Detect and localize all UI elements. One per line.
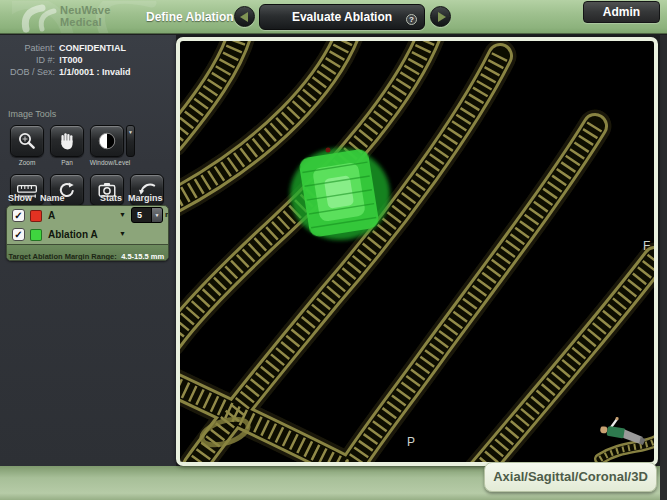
header-name: Name	[40, 193, 65, 203]
patient-label: Patient:	[0, 43, 55, 53]
show-checkbox-ablation-a[interactable]: ✓	[12, 228, 25, 241]
orientation-posterior-label: P	[407, 435, 415, 449]
window-level-tool-label: Window/Level	[86, 159, 134, 166]
right-frame	[660, 35, 667, 500]
table-row-ablation-a: ✓ Ablation A ▼	[7, 225, 169, 244]
evaluate-ablation-button[interactable]: Evaluate Ablation ?	[259, 4, 425, 30]
color-swatch-a	[30, 210, 42, 222]
stats-dropdown-icon-a[interactable]: ▼	[119, 211, 126, 218]
target-margin-range-bar: Target Ablation Margin Range: 4.5-15.5 m…	[7, 244, 169, 261]
patient-dob-label: DOB / Sex:	[0, 67, 55, 77]
margin-unit-label: mm	[165, 210, 169, 219]
target-margin-range-label: Target Ablation Margin Range:	[8, 252, 116, 261]
evaluate-ablation-label: Evaluate Ablation	[292, 10, 392, 24]
app-window: NeuWave Medical Define Ablation Evaluate…	[0, 0, 667, 500]
pan-tool-label: Pan	[45, 159, 89, 166]
chevron-down-icon: ▼	[128, 129, 133, 135]
image-tools-title: Image Tools	[8, 109, 56, 119]
window-level-dropdown-button[interactable]: ▼	[126, 125, 135, 157]
patient-id-label: ID #:	[0, 55, 55, 65]
row-name-a: A	[48, 210, 55, 221]
color-swatch-ablation-a	[30, 229, 42, 241]
orientation-front-label: F	[643, 239, 650, 253]
neuwave-logo-text: NeuWave Medical	[60, 4, 111, 28]
show-checkbox-a[interactable]: ✓	[12, 209, 25, 222]
view-mode-button[interactable]: Axial/Sagittal/Coronal/3D	[484, 462, 657, 492]
next-step-button[interactable]	[430, 6, 451, 27]
logo-line2: Medical	[60, 16, 111, 28]
margin-select-a[interactable]: 5 ▼	[131, 207, 163, 223]
header-margins: Margins	[128, 193, 163, 203]
patient-dob-value: 1/1/0001 : Invalid	[59, 67, 131, 77]
zoom-tool-button[interactable]	[10, 125, 44, 157]
header-stats: Stats	[100, 193, 122, 203]
window-level-icon	[97, 131, 117, 151]
window-level-tool-button[interactable]	[90, 125, 124, 157]
row-name-ablation-a: Ablation A	[48, 229, 98, 240]
patient-orientation-figure	[599, 415, 648, 446]
ablation-volume	[290, 148, 390, 241]
stats-dropdown-icon-ablation-a[interactable]: ▼	[119, 230, 126, 237]
margin-value-a: 5	[137, 210, 142, 220]
logo-line1: NeuWave	[60, 4, 111, 16]
patient-name-row: Patient: CONFIDENTIAL	[0, 43, 176, 55]
target-margin-range-value: 4.5-15.5 mm	[121, 252, 164, 261]
table-row-a: ✓ A ▼ 5 ▼ mm	[7, 206, 169, 225]
rib-structures	[180, 41, 654, 462]
patient-id-row: ID #: !T000	[0, 55, 176, 67]
3d-rendering	[180, 41, 654, 462]
define-ablation-label: Define Ablation	[146, 10, 234, 24]
ablation-table: ✓ A ▼ 5 ▼ mm ✓ Ablation A ▼ Target Ablat…	[6, 205, 169, 261]
chevron-right-icon	[438, 12, 446, 22]
top-bar: NeuWave Medical Define Ablation Evaluate…	[0, 0, 667, 34]
hand-icon	[57, 131, 77, 151]
patient-value: CONFIDENTIAL	[59, 43, 126, 53]
header-show: Show	[8, 193, 32, 203]
pan-tool-button[interactable]	[50, 125, 84, 157]
zoom-tool-label: Zoom	[5, 159, 49, 166]
patient-id-value: !T000	[59, 55, 83, 65]
admin-button[interactable]: Admin	[583, 1, 660, 23]
margin-dropdown-icon: ▼	[151, 208, 162, 222]
magnifier-icon	[17, 131, 37, 151]
3d-viewport[interactable]: F P	[176, 37, 658, 466]
left-sidebar: Patient: CONFIDENTIAL ID #: !T000 DOB / …	[0, 35, 176, 466]
chevron-left-icon	[240, 12, 248, 22]
previous-step-button[interactable]	[234, 6, 255, 27]
help-icon[interactable]: ?	[406, 14, 417, 25]
patient-dob-row: DOB / Sex: 1/1/0001 : Invalid	[0, 67, 176, 79]
ablation-table-header: Show Name Stats Margins	[0, 193, 176, 205]
